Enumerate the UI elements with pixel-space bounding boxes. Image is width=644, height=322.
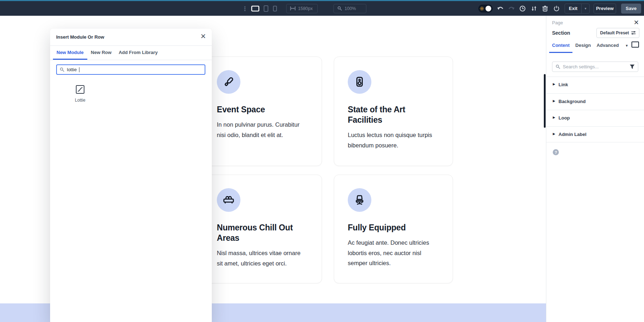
card-title: Fully Equipped xyxy=(348,223,438,233)
undo-icon[interactable] xyxy=(497,6,503,11)
interaction-mode-toggle[interactable] xyxy=(478,5,493,13)
desktop-view-icon[interactable] xyxy=(251,5,259,11)
card-body: In non pulvinar purus. Curabitur nisi od… xyxy=(217,119,307,140)
feature-card-facilities: State of the Art Facilities Luctus lectu… xyxy=(334,57,453,166)
feature-card-event-space: Event Space In non pulvinar purus. Curab… xyxy=(203,57,322,166)
default-preset-button[interactable]: Default Preset xyxy=(596,28,639,38)
search-icon xyxy=(60,67,64,72)
accordion-arrow-icon: ▶ xyxy=(553,99,555,103)
preview-button[interactable]: Preview xyxy=(594,4,616,14)
card-body: Nisl massa, ultrices vitae ornare sit am… xyxy=(217,248,307,268)
save-button[interactable]: Save xyxy=(621,4,641,14)
canvas-scrollbar[interactable] xyxy=(544,74,546,128)
accordion-arrow-icon: ▶ xyxy=(553,82,555,86)
feature-card-chill-out: Numerous Chill Out Areas Nisl massa, ult… xyxy=(203,175,322,283)
zoom-magnifier-icon xyxy=(337,6,342,11)
width-arrows-icon xyxy=(290,6,296,11)
wireframe-view-icon[interactable] xyxy=(631,42,639,48)
trash-icon[interactable] xyxy=(542,5,548,11)
card-body: Luctus lectus non quisque turpis bibendu… xyxy=(348,130,438,150)
insert-module-modal: Insert Module Or Row ✕ New Module New Ro… xyxy=(50,29,212,322)
history-clock-icon[interactable] xyxy=(519,5,526,11)
exit-button-group: Exit ▾ xyxy=(565,4,590,14)
tab-advanced[interactable]: Advanced xyxy=(594,39,621,53)
chair-icon xyxy=(348,188,371,212)
settings-search-placeholder: Search settings... xyxy=(563,64,627,69)
tab-new-module[interactable]: New Module xyxy=(53,46,87,60)
accordion-admin-label[interactable]: ▶ Admin Label xyxy=(546,127,644,143)
redo-icon[interactable] xyxy=(508,6,514,11)
filter-funnel-icon[interactable] xyxy=(630,64,635,69)
card-title: State of the Art Facilities xyxy=(348,104,438,125)
sofa-icon xyxy=(217,188,240,212)
module-search-value: lottie xyxy=(67,67,77,72)
toggle-knob xyxy=(486,6,491,11)
divider xyxy=(546,142,644,142)
exit-button[interactable]: Exit xyxy=(565,6,581,11)
help-icon[interactable]: ? xyxy=(553,149,559,155)
modal-close-icon[interactable]: ✕ xyxy=(200,33,206,40)
canvas-width-value: 1580px xyxy=(298,6,313,11)
microphone-icon xyxy=(217,70,240,94)
sidebar-close-icon[interactable]: ✕ xyxy=(634,19,639,26)
card-title: Numerous Chill Out Areas xyxy=(217,223,307,243)
speaker-icon xyxy=(348,70,371,94)
card-body: Ac feugiat ante. Donec ultricies loborti… xyxy=(348,238,438,268)
sidebar-tabs: Content Design Advanced xyxy=(549,39,622,53)
power-icon[interactable] xyxy=(553,5,560,11)
view-caret-icon[interactable]: ▾ xyxy=(626,44,628,48)
accordion-loop[interactable]: ▶ Loop xyxy=(546,110,644,127)
tab-design[interactable]: Design xyxy=(572,39,594,53)
divi-builder-app: ⋮ 1580px 100% Exit ▾ Preview Save xyxy=(0,0,644,322)
tab-add-from-library[interactable]: Add From Library xyxy=(115,46,161,60)
phone-view-icon[interactable] xyxy=(273,6,277,11)
search-icon xyxy=(556,64,560,69)
accordion-arrow-icon: ▶ xyxy=(553,116,555,119)
modal-title: Insert Module Or Row xyxy=(56,34,104,40)
settings-sidebar: Page ✕ Section Default Preset Content De… xyxy=(546,16,644,322)
accordion-background[interactable]: ▶ Background xyxy=(546,94,644,110)
modal-tabs: New Module New Row Add From Library xyxy=(50,46,212,60)
module-item-lottie[interactable]: Lottie xyxy=(63,85,97,103)
tablet-view-icon[interactable] xyxy=(264,5,268,12)
accordion-arrow-icon: ▶ xyxy=(553,132,555,136)
module-item-label: Lottie xyxy=(63,98,97,103)
sidebar-title: Section xyxy=(552,30,570,36)
zoom-field[interactable]: 100% xyxy=(333,4,366,13)
canvas-width-field[interactable]: 1580px xyxy=(286,4,318,13)
settings-search-input[interactable]: Search settings... xyxy=(552,62,638,72)
modal-header: Insert Module Or Row ✕ xyxy=(50,29,212,46)
builder-toolbar: ⋮ 1580px 100% Exit ▾ Preview Save xyxy=(0,0,644,16)
gear-icon xyxy=(480,6,484,11)
feature-card-fully-equipped: Fully Equipped Ac feugiat ante. Donec ul… xyxy=(334,175,453,283)
tab-new-row[interactable]: New Row xyxy=(87,46,115,60)
tab-content[interactable]: Content xyxy=(549,39,572,53)
module-search-input[interactable]: lottie xyxy=(56,64,205,75)
card-title: Event Space xyxy=(217,104,307,115)
zoom-value: 100% xyxy=(345,6,356,11)
breadcrumb-page[interactable]: Page xyxy=(552,20,563,25)
text-caret xyxy=(79,67,79,72)
preset-sliders-icon xyxy=(631,31,636,35)
sort-updown-icon[interactable] xyxy=(531,6,537,11)
lottie-icon xyxy=(76,85,84,94)
overflow-menu-icon[interactable]: ⋮ xyxy=(242,5,248,11)
accordion-link[interactable]: ▶ Link xyxy=(546,77,644,93)
exit-caret-icon[interactable]: ▾ xyxy=(582,6,589,10)
